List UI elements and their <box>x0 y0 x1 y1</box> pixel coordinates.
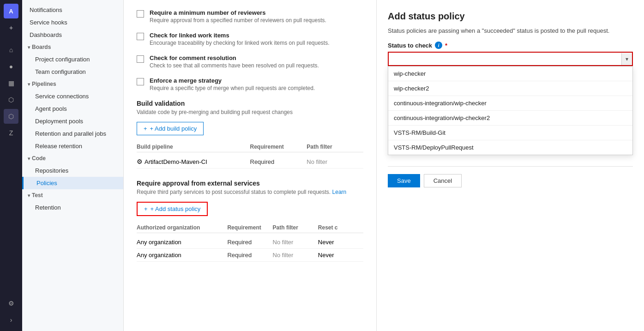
sidebar-item-dashboards[interactable]: Dashboards <box>22 29 123 41</box>
section-boards[interactable]: ▾ Boards <box>22 41 123 53</box>
plus-icon-status: + <box>144 205 148 212</box>
add-icon[interactable]: + <box>4 20 18 35</box>
section-test[interactable]: ▾ Test <box>22 189 123 201</box>
panel-footer: Save Cancel <box>388 166 633 187</box>
plus-icon: + <box>144 125 147 132</box>
dropdown-option-1[interactable]: wip-checker2 <box>388 81 632 96</box>
sidebar-item-repositories[interactable]: Repositories <box>22 164 123 177</box>
section-pipelines[interactable]: ▾ Pipelines <box>22 78 123 90</box>
expand-icon[interactable]: › <box>4 313 18 327</box>
status-dropdown[interactable]: ▾ <box>388 52 633 66</box>
required-indicator: * <box>445 42 447 49</box>
sidebar-item-team-config[interactable]: Team configuration <box>22 66 123 78</box>
sidebar-item-notifications[interactable]: Notifications <box>22 4 123 16</box>
chevron-code: ▾ <box>28 156 30 161</box>
build-table-row[interactable]: ⚙ArtifactDemo-Maven-CI Required No filte… <box>137 155 363 169</box>
info-icon[interactable]: i <box>435 42 442 49</box>
status-table-header: Authorized organization Requirement Path… <box>137 223 363 233</box>
sidebar-item-test-retention[interactable]: Retention <box>22 201 123 214</box>
artifacts-icon[interactable]: Z <box>4 126 18 140</box>
ext-services-desc: Require third party services to post suc… <box>137 189 363 195</box>
section-code[interactable]: ▾ Code <box>22 152 123 164</box>
ext-services-title: Require approval from external services <box>137 180 363 187</box>
right-panel: Add status policy Status policies are pa… <box>376 0 644 331</box>
boards-icon[interactable]: ▦ <box>4 76 18 90</box>
policy-checkbox-1[interactable] <box>137 33 144 40</box>
dropdown-arrow-icon[interactable]: ▾ <box>621 53 632 65</box>
icon-rail: A + ⌂ ● ▦ ⬡ ⬡ Z ⚙ › <box>0 0 22 331</box>
policy-checkbox-3[interactable] <box>137 78 144 85</box>
panel-desc: Status policies are passing when a "succ… <box>388 27 633 34</box>
policy-checkbox-0[interactable] <box>137 10 144 18</box>
dropdown-option-0[interactable]: wip-checker <box>388 66 632 81</box>
sidebar: Notifications Service hooks Dashboards ▾… <box>22 0 124 331</box>
policy-text-1: Check for linked work items Encourage tr… <box>150 32 330 46</box>
panel-title: Add status policy <box>388 11 633 22</box>
save-button[interactable]: Save <box>388 174 420 187</box>
ext-services-section: Require approval from external services … <box>137 180 363 262</box>
test-icon[interactable]: ⬡ <box>4 109 18 124</box>
sidebar-item-retention[interactable]: Retention and parallel jobs <box>22 127 123 140</box>
policy-row: Require a minimum number of reviewers Re… <box>137 9 363 24</box>
build-validation-desc: Validate code by pre-merging and buildin… <box>137 109 363 115</box>
sidebar-item-agent-pools[interactable]: Agent pools <box>22 102 123 115</box>
chevron-boards: ▾ <box>28 45 30 50</box>
user-icon[interactable]: ● <box>4 59 18 74</box>
policy-row: Check for linked work items Encourage tr… <box>137 32 363 46</box>
status-input[interactable] <box>389 53 621 65</box>
pipeline-icon: ⚙ <box>137 158 143 165</box>
dropdown-option-5[interactable]: VSTS-RM/DeployPullRequest <box>388 140 632 155</box>
dropdown-option-2[interactable]: continuous-integration/wip-checker <box>388 96 632 111</box>
sidebar-item-policies[interactable]: Policies <box>22 177 123 189</box>
status-table-row[interactable]: Any organization Required No filter Neve… <box>137 236 363 249</box>
dropdown-options: wip-checkerwip-checker2continuous-integr… <box>388 66 633 155</box>
settings-icon[interactable]: ⚙ <box>4 296 18 311</box>
add-build-policy-button[interactable]: + + Add build policy <box>137 122 204 135</box>
dropdown-option-3[interactable]: continuous-integration/wip-checker2 <box>388 111 632 126</box>
sidebar-item-service-connections[interactable]: Service connections <box>22 90 123 102</box>
policy-row: Check for comment resolution Check to se… <box>137 54 363 69</box>
add-status-policy-button[interactable]: + + Add status policy <box>137 202 208 216</box>
policy-text-0: Require a minimum number of reviewers Re… <box>150 9 326 24</box>
sidebar-item-project-config[interactable]: Project configuration <box>22 53 123 66</box>
build-table-header: Build pipeline Requirement Path filter <box>137 142 363 152</box>
sidebar-item-deployment-pools[interactable]: Deployment pools <box>22 115 123 127</box>
learn-link[interactable]: Learn <box>332 189 347 195</box>
status-table-row[interactable]: Any organization Required No filter Neve… <box>137 249 363 262</box>
chevron-test: ▾ <box>28 193 30 198</box>
main-content: Require a minimum number of reviewers Re… <box>124 0 376 331</box>
dropdown-option-4[interactable]: VSTS-RM/Build-Git <box>388 126 632 140</box>
policy-text-3: Enforce a merge strategy Require a speci… <box>150 77 315 91</box>
sidebar-item-release-retention[interactable]: Release retention <box>22 140 123 152</box>
pipelines-icon[interactable]: ⬡ <box>4 92 18 107</box>
build-validation-title: Build validation <box>137 100 363 107</box>
policy-row: Enforce a merge strategy Require a speci… <box>137 77 363 91</box>
cancel-button[interactable]: Cancel <box>424 174 462 187</box>
policy-checkbox-2[interactable] <box>137 55 144 63</box>
sidebar-item-service-hooks[interactable]: Service hooks <box>22 16 123 29</box>
status-field-label: Status to check i * <box>388 42 633 49</box>
home-icon[interactable]: ⌂ <box>4 42 18 57</box>
avatar[interactable]: A <box>4 4 18 18</box>
chevron-pipelines: ▾ <box>28 82 30 87</box>
policy-text-2: Check for comment resolution Check to se… <box>150 54 319 69</box>
